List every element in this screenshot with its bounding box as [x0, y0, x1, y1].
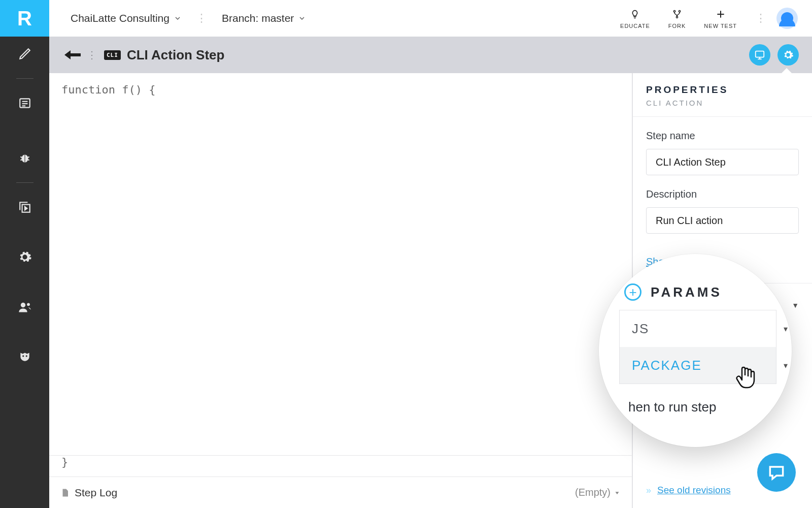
step-log-title: Step Log	[75, 487, 117, 499]
document-icon	[60, 487, 70, 498]
chevron-down-icon	[174, 14, 182, 22]
rail-bug-icon[interactable]	[0, 141, 49, 175]
step-header: ⋮ CLI CLI Action Step	[49, 37, 812, 73]
caret-down-icon: ▾	[784, 361, 789, 370]
code-body[interactable]	[49, 96, 632, 455]
svg-line-9	[27, 160, 29, 160]
step-log-bar[interactable]: Step Log (Empty)	[49, 477, 632, 508]
step-log-status[interactable]: (Empty)	[575, 487, 621, 498]
back-button[interactable]	[64, 49, 81, 60]
properties-heading: PROPERTIES	[646, 84, 799, 96]
top-bar: ChaiLatte Consulting ⋮ Branch: master ED…	[49, 0, 812, 37]
code-editor: function f() { } Step Log (Empty)	[49, 73, 632, 508]
svg-point-17	[673, 11, 675, 12]
educate-button[interactable]: EDUCATE	[620, 8, 650, 29]
fork-button[interactable]: FORK	[668, 8, 686, 29]
chevron-down-icon	[298, 14, 306, 22]
educate-label: EDUCATE	[620, 23, 650, 29]
plus-icon	[716, 8, 726, 21]
description-label: Description	[646, 188, 799, 200]
svg-marker-11	[25, 207, 27, 210]
svg-rect-22	[756, 51, 764, 57]
step-title: CLI Action Step	[127, 47, 225, 63]
svg-point-18	[679, 11, 680, 12]
rail-edit-icon[interactable]	[0, 37, 49, 71]
rail-separator	[16, 182, 33, 183]
properties-subheading: CLI ACTION	[646, 99, 799, 107]
caret-down-icon: ▾	[784, 324, 789, 334]
svg-point-13	[20, 303, 25, 307]
divider	[633, 116, 812, 117]
rail-separator	[16, 78, 33, 79]
revisions-link[interactable]: See old revisions	[657, 485, 731, 496]
divider-dots: ⋮	[755, 12, 766, 25]
code-open-line[interactable]: function f() {	[49, 73, 632, 96]
branch-label: Branch: master	[222, 12, 294, 24]
params-section-header: + PARAMS	[624, 283, 776, 301]
divider-dots: ⋮	[196, 12, 208, 25]
rail-mask-icon[interactable]	[0, 339, 49, 374]
revisions-row[interactable]: » See old revisions	[646, 485, 731, 496]
chat-button[interactable]	[757, 453, 796, 492]
user-avatar[interactable]	[776, 8, 798, 29]
branch-selector[interactable]: Branch: master	[222, 12, 306, 24]
rail-settings-icon[interactable]	[0, 240, 49, 274]
org-name: ChaiLatte Consulting	[71, 12, 170, 24]
panel-pointer	[781, 68, 793, 74]
rail-team-icon[interactable]	[0, 290, 49, 324]
avatar-icon	[781, 12, 793, 24]
fork-icon	[672, 8, 682, 21]
svg-line-7	[27, 157, 29, 157]
rail-list-icon[interactable]	[0, 86, 49, 120]
left-rail: R	[0, 0, 49, 508]
code-close-line[interactable]: }	[49, 456, 632, 477]
add-param-button[interactable]: +	[624, 283, 641, 301]
bulb-icon	[630, 8, 640, 21]
new-test-button[interactable]: NEW TEST	[704, 8, 737, 29]
svg-marker-26	[616, 492, 619, 494]
step-settings-button[interactable]	[777, 44, 799, 66]
zoom-lens-overlay: + PARAMS JS ▾ PACKAGE ▾ hen to run step	[599, 254, 792, 447]
params-label: PARAMS	[651, 284, 722, 300]
fork-label: FORK	[668, 23, 686, 29]
params-dropdown: JS ▾ PACKAGE ▾	[619, 310, 776, 384]
stepname-input[interactable]: CLI Action Step	[646, 149, 799, 175]
chevron-double-right-icon: »	[646, 485, 651, 496]
chevron-down-icon: ▼	[792, 301, 799, 309]
org-selector[interactable]: ChaiLatte Consulting	[71, 12, 182, 24]
when-to-run-label: hen to run step	[628, 399, 776, 415]
svg-point-15	[22, 355, 24, 357]
svg-point-25	[787, 53, 790, 56]
svg-line-8	[20, 160, 22, 160]
cli-badge: CLI	[104, 50, 121, 60]
svg-point-12	[23, 256, 26, 259]
dropdown-option-js[interactable]: JS ▾	[620, 310, 776, 347]
app-logo[interactable]: R	[0, 0, 49, 37]
svg-line-6	[20, 157, 22, 157]
svg-point-19	[676, 16, 678, 18]
description-input[interactable]: Run CLI action	[646, 207, 799, 234]
svg-point-14	[27, 303, 30, 306]
new-test-label: NEW TEST	[704, 23, 737, 29]
stepname-label: Step name	[646, 130, 799, 142]
svg-point-16	[25, 355, 27, 357]
preview-button[interactable]	[749, 44, 770, 66]
divider-dots: ⋮	[87, 49, 97, 61]
dropdown-option-package[interactable]: PACKAGE ▾	[620, 347, 776, 384]
rail-library-icon[interactable]	[0, 190, 49, 225]
